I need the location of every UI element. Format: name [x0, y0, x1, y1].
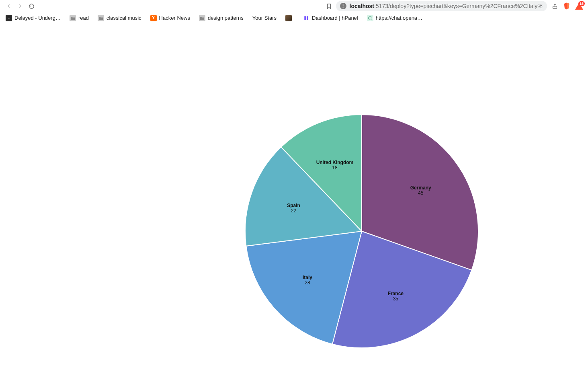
folder-icon: [199, 15, 205, 21]
share-button[interactable]: [550, 3, 559, 9]
bookmark-label: Delayed - Underg…: [14, 15, 61, 21]
bookmark-label: Your Stars: [252, 15, 277, 21]
bookmark-item[interactable]: design patterns: [199, 15, 244, 21]
bookmark-label: Hacker News: [159, 15, 190, 21]
bookmark-item[interactable]: Dashboard | hPanel: [303, 15, 358, 21]
site-favicon: Y: [150, 15, 157, 21]
bookmark-item[interactable]: https://chat.opena…: [367, 15, 422, 21]
folder-icon: [98, 15, 104, 21]
bookmark-page-button[interactable]: [324, 3, 334, 9]
bookmark-label: https://chat.opena…: [376, 15, 422, 21]
site-favicon: ≡: [6, 15, 12, 21]
toolbar: ! localhost:5173/deploy?type=piechart&ke…: [0, 0, 588, 12]
bookmark-item[interactable]: read: [70, 15, 89, 21]
bookmark-label: classical music: [107, 15, 141, 21]
url-text: localhost:5173/deploy?type=piechart&keys…: [350, 3, 543, 9]
site-favicon: [285, 15, 292, 21]
address-bar[interactable]: ! localhost:5173/deploy?type=piechart&ke…: [336, 1, 547, 11]
bookmarks-bar: ≡Delayed - Underg…readclassical musicYHa…: [0, 12, 588, 24]
pie-chart: Germany45France35Italy28Spain22United Ki…: [0, 24, 588, 376]
rewards-count: 16: [578, 1, 585, 6]
url-rest: :5173/deploy?type=piechart&keys=Germany%…: [374, 3, 543, 9]
nav-forward-button[interactable]: [15, 1, 25, 11]
url-host: localhost: [350, 3, 374, 9]
bookmark-label: design patterns: [208, 15, 244, 21]
reload-button[interactable]: [27, 1, 36, 11]
bookmark-item[interactable]: [285, 15, 294, 21]
browser-chrome: ! localhost:5173/deploy?type=piechart&ke…: [0, 0, 588, 24]
page-content: Germany45France35Italy28Spain22United Ki…: [0, 24, 588, 376]
bookmark-item[interactable]: ≡Delayed - Underg…: [6, 15, 61, 21]
bookmark-label: read: [78, 15, 89, 21]
folder-icon: [70, 15, 76, 21]
bookmark-item[interactable]: Your Stars: [252, 15, 277, 21]
bookmark-label: Dashboard | hPanel: [312, 15, 358, 21]
bookmark-item[interactable]: YHacker News: [150, 15, 190, 21]
site-info-icon[interactable]: !: [340, 3, 346, 9]
brave-rewards-icon[interactable]: 16: [574, 2, 584, 10]
nav-back-button[interactable]: [4, 1, 14, 11]
site-favicon: [367, 15, 373, 21]
brave-shield-icon[interactable]: [563, 2, 570, 10]
bookmark-item[interactable]: classical music: [98, 15, 141, 21]
site-favicon: [303, 15, 309, 21]
